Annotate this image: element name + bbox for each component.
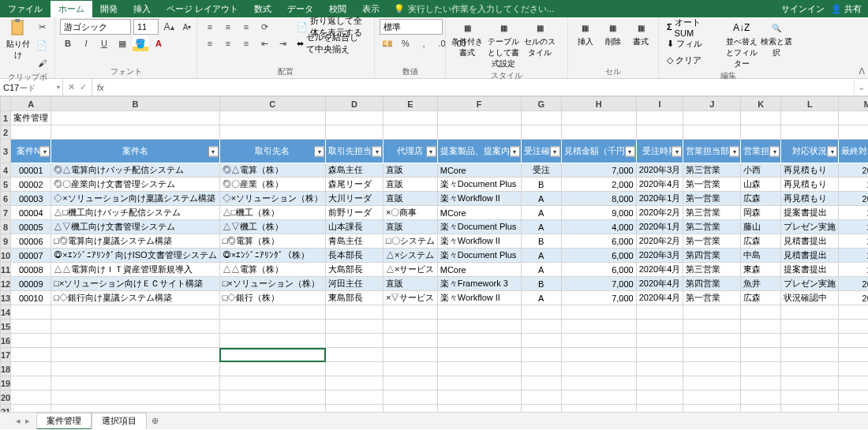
cell-styles-button[interactable]: ▦セルのスタイル (523, 19, 556, 58)
collapse-ribbon-button[interactable]: 𐌡 (859, 66, 865, 77)
cell-B4[interactable]: ◎△電算向けバッチ配信システム (51, 163, 219, 178)
row-header-19[interactable]: 19 (1, 376, 11, 391)
cell-I8[interactable]: 2020年1月 (636, 220, 683, 234)
cell-G5[interactable]: B (521, 178, 561, 192)
cell-K10[interactable]: 中島 (741, 249, 781, 263)
find-select-button[interactable]: 🔍検索と選択 (761, 19, 792, 58)
cell-G21[interactable] (521, 405, 561, 413)
cell-C7[interactable]: △□機工（株） (219, 206, 325, 220)
filter-arrow-icon[interactable]: ▾ (625, 146, 635, 156)
cell-C1[interactable] (219, 111, 325, 125)
cut-button[interactable]: ✂ (34, 19, 50, 35)
cell-I18[interactable] (636, 362, 683, 376)
cell-D19[interactable] (326, 376, 383, 391)
cell-G20[interactable] (521, 391, 561, 405)
cell-K18[interactable] (741, 362, 781, 376)
cell-I16[interactable] (636, 334, 683, 348)
row-header-9[interactable]: 9 (1, 234, 11, 249)
col-header-J[interactable]: J (683, 97, 741, 111)
merge-center-button[interactable]: ⬌セルを結合して中央揃え (294, 36, 369, 51)
cell-D12[interactable]: 河田主任 (326, 277, 383, 291)
row-header-4[interactable]: 4 (1, 163, 11, 178)
share-button[interactable]: 👤 共有 (831, 3, 862, 15)
cell-H6[interactable]: 8,000 (561, 192, 636, 206)
cell-C20[interactable] (219, 391, 325, 405)
filter-arrow-icon[interactable]: ▾ (314, 146, 324, 156)
cell-B3[interactable]: 案件名▾ (51, 140, 219, 163)
currency-button[interactable]: 💴 (380, 36, 395, 51)
cell-K7[interactable]: 岡森 (741, 206, 781, 220)
cell-F1[interactable] (437, 111, 521, 125)
format-cells-button[interactable]: ▦書式 (629, 19, 653, 47)
col-header-E[interactable]: E (383, 97, 438, 111)
col-header-A[interactable]: A (11, 97, 51, 111)
cell-K3[interactable]: 営業担当▾ (741, 140, 781, 163)
cell-I13[interactable]: 2020年4月 (636, 291, 683, 305)
cell-E11[interactable]: △×サービス (383, 263, 438, 277)
cell-I5[interactable]: 2020年4月 (636, 178, 683, 192)
cell-J1[interactable] (683, 111, 741, 125)
cell-H19[interactable] (561, 376, 636, 391)
cell-L1[interactable] (781, 111, 839, 125)
percent-button[interactable]: % (398, 36, 413, 51)
new-sheet-button[interactable]: ⊕ (147, 416, 163, 426)
cell-E16[interactable] (383, 334, 438, 348)
name-box[interactable]: C17 (0, 79, 63, 95)
cell-H15[interactable] (561, 320, 636, 334)
menu-tab-1[interactable]: ホーム (51, 1, 92, 17)
cell-A16[interactable] (11, 334, 51, 348)
row-header-18[interactable]: 18 (1, 362, 11, 376)
cell-F4[interactable]: MCore (437, 163, 521, 178)
row-header-6[interactable]: 6 (1, 192, 11, 206)
cell-A13[interactable]: 00010 (11, 291, 51, 305)
cell-H3[interactable]: 見積金額（千円）▾ (561, 140, 636, 163)
cell-L13[interactable]: 状況確認中 (781, 291, 839, 305)
cell-G7[interactable]: A (521, 206, 561, 220)
row-header-20[interactable]: 20 (1, 391, 11, 405)
cell-K16[interactable] (741, 334, 781, 348)
cell-H12[interactable]: 7,000 (561, 277, 636, 291)
fill-color-button[interactable]: 🪣 (133, 36, 148, 51)
col-header-L[interactable]: L (781, 97, 839, 111)
cell-I2[interactable] (636, 125, 683, 140)
cell-A8[interactable]: 00005 (11, 220, 51, 234)
col-header-I[interactable]: I (636, 97, 683, 111)
cell-M21[interactable] (839, 405, 868, 413)
cell-G14[interactable] (521, 305, 561, 320)
cell-M6[interactable]: 2019/11 (839, 192, 868, 206)
cell-L18[interactable] (781, 362, 839, 376)
row-header-10[interactable]: 10 (1, 249, 11, 263)
font-color-button[interactable]: A (151, 36, 166, 51)
cell-K2[interactable] (741, 125, 781, 140)
cell-B21[interactable] (51, 405, 219, 413)
cell-F11[interactable]: MCore (437, 263, 521, 277)
cell-F21[interactable] (437, 405, 521, 413)
cell-L16[interactable] (781, 334, 839, 348)
cell-B11[interactable]: △△電算向けＩＴ資産管理新規導入 (51, 263, 219, 277)
cell-J17[interactable] (683, 348, 741, 362)
delete-cells-button[interactable]: ▦削除 (600, 19, 625, 47)
cell-J19[interactable] (683, 376, 741, 391)
cell-A6[interactable]: 00003 (11, 192, 51, 206)
worksheet-grid[interactable]: ABCDEFGHIJKLM1案件管理23案件No▾案件名▾取引先名▾取引先担当者… (0, 96, 868, 412)
cell-E2[interactable] (383, 125, 438, 140)
clear-button[interactable]: ◇クリア (664, 52, 705, 68)
filter-arrow-icon[interactable]: ▾ (729, 146, 739, 156)
cell-D14[interactable] (326, 305, 383, 320)
filter-arrow-icon[interactable]: ▾ (39, 146, 50, 156)
cell-C11[interactable]: △△電算（株） (219, 263, 325, 277)
cell-L3[interactable]: 対応状況▾ (781, 140, 839, 163)
cell-K17[interactable] (741, 348, 781, 362)
cell-B12[interactable]: □×ソリューション向けＥＣサイト構築 (51, 277, 219, 291)
row-header-12[interactable]: 12 (1, 277, 11, 291)
cell-A7[interactable]: 00004 (11, 206, 51, 220)
cell-L11[interactable]: 提案書提出 (781, 263, 839, 277)
cell-L2[interactable] (781, 125, 839, 140)
cell-A12[interactable]: 00009 (11, 277, 51, 291)
cell-H17[interactable] (561, 348, 636, 362)
cell-J13[interactable]: 第一営業 (683, 291, 741, 305)
format-as-table-button[interactable]: ▦テーブルとして書式設定 (487, 19, 520, 69)
underline-button[interactable]: U (96, 36, 112, 51)
cell-C9[interactable]: □◎電算（株） (219, 234, 325, 249)
cell-G18[interactable] (521, 362, 561, 376)
